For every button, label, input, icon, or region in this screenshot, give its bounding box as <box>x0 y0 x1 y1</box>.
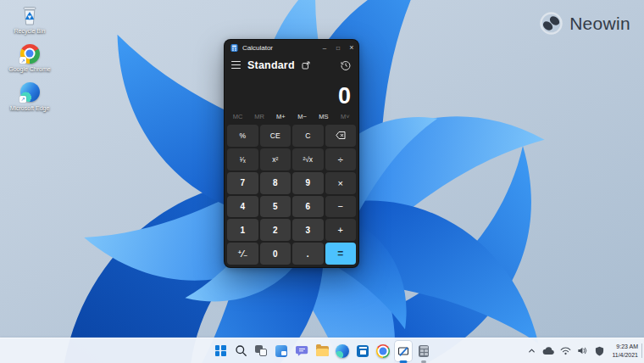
key-2[interactable]: 2 <box>260 219 291 241</box>
key-decimal[interactable]: . <box>292 243 324 265</box>
key-8[interactable]: 8 <box>260 172 291 194</box>
tray-chevron-up-icon[interactable] <box>525 343 537 360</box>
taskbar-chat[interactable] <box>293 341 310 361</box>
memory-store-button[interactable]: MS <box>313 111 334 122</box>
key-1[interactable]: 1 <box>227 219 258 241</box>
taskbar-search[interactable] <box>232 341 249 361</box>
backspace-icon <box>336 131 346 139</box>
menu-hamburger-icon[interactable] <box>231 61 241 69</box>
memory-recall-button[interactable]: MR <box>248 111 269 122</box>
tray-time: 9:23 AM <box>612 343 638 350</box>
chrome-icon: ↗ <box>19 42 41 64</box>
calculator-titlebar[interactable]: Calculator – □ × <box>225 40 358 55</box>
key-percent[interactable]: % <box>227 125 258 147</box>
memory-add-button[interactable]: M+ <box>270 111 291 122</box>
calculator-app-icon <box>230 44 238 52</box>
taskbar-chrome[interactable] <box>375 341 391 361</box>
wifi-icon[interactable] <box>559 343 571 360</box>
tray-clock[interactable]: 9:23 AM 11/4/2021 <box>610 343 638 359</box>
key-square-root[interactable]: ²√x <box>292 148 324 170</box>
calculator-display: 0 <box>225 75 358 109</box>
history-icon[interactable] <box>341 60 351 70</box>
start-button[interactable] <box>212 341 229 361</box>
key-reciprocal[interactable]: ¹⁄ₓ <box>227 148 258 170</box>
key-6[interactable]: 6 <box>292 196 324 218</box>
shortcut-arrow-icon: ↗ <box>19 57 26 64</box>
key-7[interactable]: 7 <box>227 172 258 194</box>
snipping-tool-icon <box>397 345 409 357</box>
running-app-indicator <box>421 360 426 363</box>
key-add[interactable]: + <box>325 219 357 241</box>
desktop-icon-label: Recycle Bin <box>14 28 46 35</box>
maximize-button[interactable]: □ <box>331 40 345 55</box>
key-subtract[interactable]: − <box>325 196 357 218</box>
shortcut-arrow-icon: ↗ <box>19 96 26 103</box>
volume-icon[interactable] <box>576 343 588 360</box>
neowin-circle-icon <box>540 12 563 35</box>
key-clear[interactable]: C <box>292 125 324 147</box>
key-0[interactable]: 0 <box>260 243 291 265</box>
memory-subtract-button[interactable]: M− <box>291 111 313 122</box>
desktop-icon-label: Microsoft Edge <box>10 105 50 112</box>
key-square[interactable]: x² <box>260 148 291 170</box>
key-9[interactable]: 9 <box>292 172 324 194</box>
calculator-mode-title: Standard <box>247 59 295 71</box>
taskbar-edge[interactable] <box>334 341 351 361</box>
windows-start-icon <box>215 345 226 356</box>
desktop-icon-column: Recycle Bin ↗ Google Chrome ↗ Microsoft … <box>4 4 55 120</box>
memory-clear-button[interactable]: MC <box>227 111 248 122</box>
key-5[interactable]: 5 <box>260 196 291 218</box>
keep-on-top-icon[interactable] <box>302 61 310 70</box>
active-app-indicator <box>400 360 408 363</box>
close-button[interactable]: × <box>345 40 358 55</box>
keypad: % CE C ¹⁄ₓ x² ²√x ÷ 7 8 9 × 4 5 6 − 1 2 … <box>225 123 358 267</box>
desktop-icon-label: Google Chrome <box>8 66 50 73</box>
desktop-icon-recycle-bin[interactable]: Recycle Bin <box>4 4 55 35</box>
key-divide[interactable]: ÷ <box>325 148 357 170</box>
taskbar-file-explorer[interactable] <box>314 341 330 361</box>
edge-icon <box>336 344 349 358</box>
edge-icon: ↗ <box>19 81 41 103</box>
key-backspace[interactable] <box>325 125 357 147</box>
key-4[interactable]: 4 <box>227 196 258 218</box>
security-shield-icon[interactable] <box>593 343 605 360</box>
taskbar-calculator[interactable] <box>415 341 432 361</box>
file-explorer-icon <box>316 346 329 356</box>
recycle-bin-icon <box>19 4 41 26</box>
key-equals[interactable]: = <box>325 243 357 265</box>
desktop: Neowin Recycle Bin ↗ <box>0 0 644 363</box>
taskbar: 9:23 AM 11/4/2021 <box>0 338 644 363</box>
tray-date: 11/4/2021 <box>612 351 638 359</box>
key-multiply[interactable]: × <box>325 172 357 194</box>
onedrive-cloud-icon[interactable] <box>542 343 554 360</box>
neowin-wordmark: Neowin <box>569 14 630 34</box>
desktop-icon-microsoft-edge[interactable]: ↗ Microsoft Edge <box>4 81 55 112</box>
task-view-icon <box>255 345 267 356</box>
microsoft-store-icon <box>357 345 369 357</box>
minimize-button[interactable]: – <box>318 40 331 55</box>
key-clear-entry[interactable]: CE <box>260 125 291 147</box>
memory-flyout-button[interactable]: M˅ <box>335 111 356 122</box>
taskbar-microsoft-store[interactable] <box>354 341 371 361</box>
chat-icon <box>296 345 308 357</box>
calculator-window: Calculator – □ × Standard 0 MC MR <box>224 39 359 268</box>
calculator-taskbar-icon <box>419 345 429 357</box>
taskbar-task-view[interactable] <box>253 341 269 361</box>
chrome-icon <box>376 344 390 358</box>
key-negate[interactable]: ⁺⁄₋ <box>227 243 258 265</box>
search-icon <box>235 344 247 357</box>
taskbar-snipping-tool[interactable] <box>395 341 412 361</box>
widgets-icon <box>275 345 287 357</box>
memory-row: MC MR M+ M− MS M˅ <box>225 109 358 123</box>
window-title: Calculator <box>242 44 273 52</box>
desktop-icon-google-chrome[interactable]: ↗ Google Chrome <box>4 42 55 73</box>
key-3[interactable]: 3 <box>292 219 324 241</box>
neowin-logo: Neowin <box>540 12 630 35</box>
taskbar-widgets[interactable] <box>273 341 290 361</box>
system-tray: 9:23 AM 11/4/2021 <box>525 338 638 363</box>
